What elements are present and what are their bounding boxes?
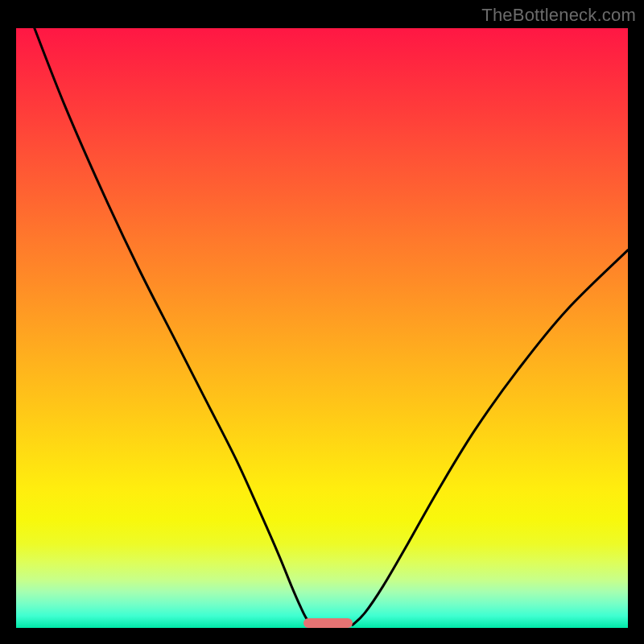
plot-area <box>16 28 628 628</box>
curves-svg <box>16 28 628 628</box>
bottleneck-marker <box>303 618 353 628</box>
chart-frame: TheBottleneck.com <box>0 0 644 644</box>
watermark-text: TheBottleneck.com <box>481 5 636 26</box>
left-curve-path <box>35 28 313 625</box>
right-curve-path <box>353 250 628 625</box>
